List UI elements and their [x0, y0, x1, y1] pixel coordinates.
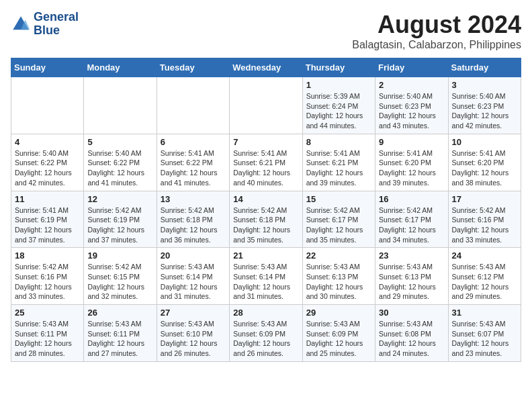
day-cell: 18Sunrise: 5:42 AM Sunset: 6:16 PM Dayli…: [11, 248, 84, 305]
day-cell: 8Sunrise: 5:41 AM Sunset: 6:21 PM Daylig…: [302, 134, 375, 191]
day-cell: 2Sunrise: 5:40 AM Sunset: 6:23 PM Daylig…: [375, 77, 448, 134]
day-info: Sunrise: 5:43 AM Sunset: 6:13 PM Dayligh…: [306, 262, 371, 302]
day-cell: 14Sunrise: 5:42 AM Sunset: 6:18 PM Dayli…: [230, 191, 302, 248]
day-info: Sunrise: 5:43 AM Sunset: 6:14 PM Dayligh…: [161, 262, 226, 302]
day-number: 23: [379, 250, 444, 261]
day-info: Sunrise: 5:42 AM Sunset: 6:16 PM Dayligh…: [452, 205, 517, 245]
day-cell: 26Sunrise: 5:43 AM Sunset: 6:11 PM Dayli…: [84, 305, 157, 362]
day-info: Sunrise: 5:39 AM Sunset: 6:24 PM Dayligh…: [306, 91, 371, 131]
day-number: 4: [15, 137, 80, 147]
day-number: 7: [233, 137, 298, 147]
header-row: Sunday Monday Tuesday Wednesday Thursday…: [11, 58, 521, 77]
day-cell: 3Sunrise: 5:40 AM Sunset: 6:23 PM Daylig…: [448, 77, 521, 134]
day-cell: 23Sunrise: 5:43 AM Sunset: 6:13 PM Dayli…: [375, 248, 448, 305]
day-cell: 13Sunrise: 5:42 AM Sunset: 6:18 PM Dayli…: [157, 191, 229, 248]
day-info: Sunrise: 5:43 AM Sunset: 6:11 PM Dayligh…: [15, 319, 80, 359]
day-number: 10: [452, 137, 517, 147]
day-cell: 19Sunrise: 5:42 AM Sunset: 6:15 PM Dayli…: [84, 248, 157, 305]
subtitle: Balagtasin, Calabarzon, Philippines: [352, 39, 521, 51]
logo-line1: General: [34, 11, 79, 24]
day-cell: 24Sunrise: 5:43 AM Sunset: 6:12 PM Dayli…: [448, 248, 521, 305]
day-info: Sunrise: 5:41 AM Sunset: 6:20 PM Dayligh…: [379, 148, 444, 188]
week-row-2: 11Sunrise: 5:41 AM Sunset: 6:19 PM Dayli…: [11, 191, 521, 248]
day-cell: 30Sunrise: 5:43 AM Sunset: 6:08 PM Dayli…: [375, 305, 448, 362]
day-info: Sunrise: 5:40 AM Sunset: 6:22 PM Dayligh…: [87, 148, 152, 188]
day-info: Sunrise: 5:41 AM Sunset: 6:21 PM Dayligh…: [306, 148, 371, 188]
day-info: Sunrise: 5:41 AM Sunset: 6:22 PM Dayligh…: [161, 148, 226, 188]
day-number: 27: [161, 308, 226, 318]
day-number: 8: [306, 137, 371, 147]
day-number: 15: [306, 194, 371, 204]
day-info: Sunrise: 5:42 AM Sunset: 6:19 PM Dayligh…: [87, 205, 152, 245]
day-info: Sunrise: 5:43 AM Sunset: 6:13 PM Dayligh…: [379, 262, 444, 302]
day-cell: 12Sunrise: 5:42 AM Sunset: 6:19 PM Dayli…: [84, 191, 157, 248]
day-number: 20: [161, 250, 226, 261]
col-sunday: Sunday: [11, 58, 84, 77]
day-cell: 9Sunrise: 5:41 AM Sunset: 6:20 PM Daylig…: [375, 134, 448, 191]
logo-text: General Blue: [34, 11, 79, 38]
day-info: Sunrise: 5:42 AM Sunset: 6:18 PM Dayligh…: [233, 205, 298, 245]
day-number: 5: [87, 137, 152, 147]
day-number: 29: [306, 308, 371, 318]
day-info: Sunrise: 5:43 AM Sunset: 6:14 PM Dayligh…: [233, 262, 298, 302]
day-number: 1: [306, 80, 371, 90]
day-number: 6: [161, 137, 226, 147]
day-cell: 5Sunrise: 5:40 AM Sunset: 6:22 PM Daylig…: [84, 134, 157, 191]
day-number: 22: [306, 250, 371, 261]
day-number: 18: [15, 250, 80, 261]
day-number: 21: [233, 250, 298, 261]
col-monday: Monday: [84, 58, 157, 77]
calendar-body: 1Sunrise: 5:39 AM Sunset: 6:24 PM Daylig…: [11, 77, 521, 362]
calendar-header: Sunday Monday Tuesday Wednesday Thursday…: [11, 58, 521, 77]
day-number: 11: [15, 194, 80, 204]
day-cell: 16Sunrise: 5:42 AM Sunset: 6:17 PM Dayli…: [375, 191, 448, 248]
day-cell: 29Sunrise: 5:43 AM Sunset: 6:09 PM Dayli…: [302, 305, 375, 362]
main-title: August 2024: [352, 11, 521, 39]
day-info: Sunrise: 5:41 AM Sunset: 6:19 PM Dayligh…: [15, 205, 80, 245]
col-wednesday: Wednesday: [230, 58, 302, 77]
day-info: Sunrise: 5:43 AM Sunset: 6:09 PM Dayligh…: [306, 319, 371, 359]
logo-icon: [11, 14, 31, 34]
day-number: 19: [87, 250, 152, 261]
day-cell: 4Sunrise: 5:40 AM Sunset: 6:22 PM Daylig…: [11, 134, 84, 191]
day-cell: 20Sunrise: 5:43 AM Sunset: 6:14 PM Dayli…: [157, 248, 229, 305]
day-info: Sunrise: 5:43 AM Sunset: 6:08 PM Dayligh…: [379, 319, 444, 359]
col-saturday: Saturday: [448, 58, 521, 77]
day-info: Sunrise: 5:42 AM Sunset: 6:17 PM Dayligh…: [306, 205, 371, 245]
day-number: 12: [87, 194, 152, 204]
day-info: Sunrise: 5:43 AM Sunset: 6:07 PM Dayligh…: [452, 319, 517, 359]
title-area: August 2024 Balagtasin, Calabarzon, Phil…: [352, 11, 521, 51]
logo-line2: Blue: [34, 24, 79, 38]
day-cell: 1Sunrise: 5:39 AM Sunset: 6:24 PM Daylig…: [302, 77, 375, 134]
week-row-0: 1Sunrise: 5:39 AM Sunset: 6:24 PM Daylig…: [11, 77, 521, 134]
day-cell: 25Sunrise: 5:43 AM Sunset: 6:11 PM Dayli…: [11, 305, 84, 362]
day-number: 25: [15, 308, 80, 318]
week-row-1: 4Sunrise: 5:40 AM Sunset: 6:22 PM Daylig…: [11, 134, 521, 191]
day-info: Sunrise: 5:42 AM Sunset: 6:15 PM Dayligh…: [87, 262, 152, 302]
day-number: 31: [452, 308, 517, 318]
day-cell: 22Sunrise: 5:43 AM Sunset: 6:13 PM Dayli…: [302, 248, 375, 305]
calendar-table: Sunday Monday Tuesday Wednesday Thursday…: [11, 58, 521, 362]
day-cell: 10Sunrise: 5:41 AM Sunset: 6:20 PM Dayli…: [448, 134, 521, 191]
day-info: Sunrise: 5:40 AM Sunset: 6:22 PM Dayligh…: [15, 148, 80, 188]
day-info: Sunrise: 5:40 AM Sunset: 6:23 PM Dayligh…: [379, 91, 444, 131]
day-cell: 27Sunrise: 5:43 AM Sunset: 6:10 PM Dayli…: [157, 305, 229, 362]
day-cell: 28Sunrise: 5:43 AM Sunset: 6:09 PM Dayli…: [230, 305, 302, 362]
day-cell: 17Sunrise: 5:42 AM Sunset: 6:16 PM Dayli…: [448, 191, 521, 248]
day-number: 30: [379, 308, 444, 318]
day-cell: 6Sunrise: 5:41 AM Sunset: 6:22 PM Daylig…: [157, 134, 229, 191]
day-cell: [84, 77, 157, 134]
logo: General Blue: [11, 11, 79, 38]
day-number: 2: [379, 80, 444, 90]
day-number: 3: [452, 80, 517, 90]
day-number: 24: [452, 250, 517, 261]
day-cell: 15Sunrise: 5:42 AM Sunset: 6:17 PM Dayli…: [302, 191, 375, 248]
day-info: Sunrise: 5:41 AM Sunset: 6:21 PM Dayligh…: [233, 148, 298, 188]
day-cell: [11, 77, 84, 134]
day-number: 16: [379, 194, 444, 204]
header: General Blue August 2024 Balagtasin, Cal…: [11, 11, 521, 51]
day-cell: 31Sunrise: 5:43 AM Sunset: 6:07 PM Dayli…: [448, 305, 521, 362]
day-info: Sunrise: 5:42 AM Sunset: 6:16 PM Dayligh…: [15, 262, 80, 302]
day-info: Sunrise: 5:42 AM Sunset: 6:18 PM Dayligh…: [161, 205, 226, 245]
col-tuesday: Tuesday: [157, 58, 229, 77]
